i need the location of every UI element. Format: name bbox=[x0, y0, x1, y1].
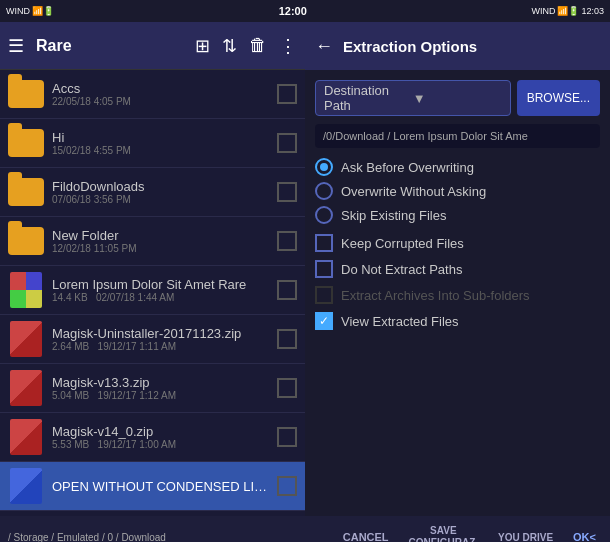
file-name: FildoDownloads bbox=[52, 179, 273, 194]
path-display: /0/Download / Lorem Ipsum Dolor Sit Ame bbox=[315, 124, 600, 148]
checkbox-noextract[interactable]: Do Not Extract Paths bbox=[315, 260, 600, 278]
file-info: FildoDownloads 07/06/18 3:56 PM bbox=[52, 179, 273, 205]
destination-row: Destination Path ▼ BROWSE... bbox=[315, 80, 600, 116]
zip-multi-icon bbox=[8, 272, 44, 308]
path-info: / Storage / Emulated / 0 / Download bbox=[8, 532, 166, 543]
file-checkbox[interactable] bbox=[277, 231, 297, 251]
folder-icon bbox=[8, 76, 44, 112]
radio-label-ask: Ask Before Overwriting bbox=[341, 160, 474, 175]
destination-label: Destination Path bbox=[324, 83, 413, 113]
status-time: 12:00 bbox=[279, 5, 307, 17]
radio-label-skip: Skip Existing Files bbox=[341, 208, 446, 223]
panel-title: Extraction Options bbox=[343, 38, 477, 55]
grid-icon[interactable]: ⊞ bbox=[195, 35, 210, 57]
checkbox-label-noextract: Do Not Extract Paths bbox=[341, 262, 462, 277]
file-name: Magisk-Uninstaller-20171123.zip bbox=[52, 326, 273, 341]
checkbox-viewextracted[interactable]: View Extracted Files bbox=[315, 312, 600, 330]
sort-icon[interactable]: ⇅ bbox=[222, 35, 237, 57]
file-meta: 07/06/18 3:56 PM bbox=[52, 194, 273, 205]
list-item[interactable]: Accs 22/05/18 4:05 PM bbox=[0, 70, 305, 119]
file-meta: 15/02/18 4:55 PM bbox=[52, 145, 273, 156]
file-name: Lorem Ipsum Dolor Sit Amet Rare bbox=[52, 277, 273, 292]
delete-icon[interactable]: 🗑 bbox=[249, 35, 267, 56]
zip-icon bbox=[8, 419, 44, 455]
file-info: Magisk-Uninstaller-20171123.zip 2.64 MB … bbox=[52, 326, 273, 352]
radio-circle-ask bbox=[315, 158, 333, 176]
checkbox-label-viewextracted: View Extracted Files bbox=[341, 314, 459, 329]
menu-icon[interactable]: ☰ bbox=[8, 35, 24, 57]
folder-icon bbox=[8, 174, 44, 210]
options-content: Destination Path ▼ BROWSE... /0/Download… bbox=[305, 70, 610, 516]
ok-button[interactable]: OK< bbox=[567, 527, 602, 542]
file-checkbox[interactable] bbox=[277, 182, 297, 202]
font-icon bbox=[8, 468, 44, 504]
radio-circle-skip bbox=[315, 206, 333, 224]
chevron-down-icon: ▼ bbox=[413, 91, 502, 106]
checkbox-keep[interactable]: Keep Corrupted Files bbox=[315, 234, 600, 252]
list-item-highlighted[interactable]: OPEN WITHOUT CONDENSED LIGHT FONT BY bbox=[0, 462, 305, 511]
file-name: Magisk-v13.3.zip bbox=[52, 375, 273, 390]
list-item[interactable]: New Folder 12/02/18 11:05 PM bbox=[0, 217, 305, 266]
save-button[interactable]: SAVECONFIGURAZ. bbox=[403, 521, 484, 542]
left-carrier: WIND bbox=[6, 6, 30, 16]
file-list: Accs 22/05/18 4:05 PM Hi 15/02/18 4:55 P… bbox=[0, 70, 305, 516]
status-right: WIND 📶🔋 12:03 bbox=[531, 6, 604, 16]
folder-icon bbox=[8, 223, 44, 259]
back-button[interactable]: ← bbox=[315, 36, 333, 57]
list-item[interactable]: Lorem Ipsum Dolor Sit Amet Rare 14.4 KB … bbox=[0, 266, 305, 315]
radio-circle-overwrite bbox=[315, 182, 333, 200]
folder-icon bbox=[8, 125, 44, 161]
radio-overwrite[interactable]: Overwrite Without Asking bbox=[315, 182, 600, 200]
list-item[interactable]: Hi 15/02/18 4:55 PM bbox=[0, 119, 305, 168]
bottom-action-bar: / Storage / Emulated / 0 / Download CANC… bbox=[0, 516, 610, 542]
list-item[interactable]: FildoDownloads 07/06/18 3:56 PM bbox=[0, 168, 305, 217]
zip-icon bbox=[8, 370, 44, 406]
more-icon[interactable]: ⋮ bbox=[279, 35, 297, 57]
checkbox-box-noextract bbox=[315, 260, 333, 278]
file-meta: 14.4 KB 02/07/18 1:44 AM bbox=[52, 292, 273, 303]
file-info: New Folder 12/02/18 11:05 PM bbox=[52, 228, 273, 254]
file-checkbox[interactable] bbox=[277, 427, 297, 447]
file-info: OPEN WITHOUT CONDENSED LIGHT FONT BY bbox=[52, 479, 273, 494]
file-checkbox[interactable] bbox=[277, 84, 297, 104]
status-bar: WIND 📶🔋 12:00 WIND 📶🔋 12:03 bbox=[0, 0, 610, 22]
radio-skip[interactable]: Skip Existing Files bbox=[315, 206, 600, 224]
right-toolbar: ← Extraction Options bbox=[305, 22, 610, 70]
status-time-right: 12:03 bbox=[581, 6, 604, 16]
file-name: New Folder bbox=[52, 228, 273, 243]
status-icons-left: 📶🔋 bbox=[32, 6, 54, 16]
file-name: Accs bbox=[52, 81, 273, 96]
file-checkbox[interactable] bbox=[277, 133, 297, 153]
file-meta: 5.53 MB 19/12/17 1:00 AM bbox=[52, 439, 273, 450]
file-checkbox[interactable] bbox=[277, 280, 297, 300]
file-checkbox[interactable] bbox=[277, 378, 297, 398]
list-item[interactable]: Magisk-v13.3.zip 5.04 MB 19/12/17 1:12 A… bbox=[0, 364, 305, 413]
file-checkbox[interactable] bbox=[277, 329, 297, 349]
file-checkbox[interactable] bbox=[277, 476, 297, 496]
radio-ask[interactable]: Ask Before Overwriting bbox=[315, 158, 600, 176]
checkbox-label-keep: Keep Corrupted Files bbox=[341, 236, 464, 251]
checkbox-label-subfolders: Extract Archives Into Sub-folders bbox=[341, 288, 530, 303]
yourdrive-button[interactable]: YOU DRIVE bbox=[492, 528, 559, 543]
file-info: Lorem Ipsum Dolor Sit Amet Rare 14.4 KB … bbox=[52, 277, 273, 303]
cancel-button[interactable]: CANCEL bbox=[337, 527, 395, 542]
file-info: Hi 15/02/18 4:55 PM bbox=[52, 130, 273, 156]
radio-group: Ask Before Overwriting Overwrite Without… bbox=[315, 158, 600, 224]
left-toolbar: ☰ Rare ⊞ ⇅ 🗑 ⋮ bbox=[0, 22, 305, 70]
browse-button[interactable]: BROWSE... bbox=[517, 80, 600, 116]
right-panel: Destination Path ▼ BROWSE... /0/Download… bbox=[305, 70, 610, 516]
zip-icon bbox=[8, 321, 44, 357]
file-name: Hi bbox=[52, 130, 273, 145]
list-item[interactable]: Magisk-v14_0.zip 5.53 MB 19/12/17 1:00 A… bbox=[0, 413, 305, 462]
right-carrier: WIND bbox=[531, 6, 555, 16]
checkbox-box-keep bbox=[315, 234, 333, 252]
right-bottom: CANCEL SAVECONFIGURAZ. YOU DRIVE OK< bbox=[305, 521, 610, 542]
left-bottom: / Storage / Emulated / 0 / Download bbox=[0, 532, 305, 543]
list-item[interactable]: Magisk-Uninstaller-20171123.zip 2.64 MB … bbox=[0, 315, 305, 364]
file-info: Accs 22/05/18 4:05 PM bbox=[52, 81, 273, 107]
file-meta: 5.04 MB 19/12/17 1:12 AM bbox=[52, 390, 273, 401]
destination-dropdown[interactable]: Destination Path ▼ bbox=[315, 80, 511, 116]
checkbox-subfolders: Extract Archives Into Sub-folders bbox=[315, 286, 600, 304]
radio-label-overwrite: Overwrite Without Asking bbox=[341, 184, 486, 199]
file-name: OPEN WITHOUT CONDENSED LIGHT FONT BY bbox=[52, 479, 273, 494]
